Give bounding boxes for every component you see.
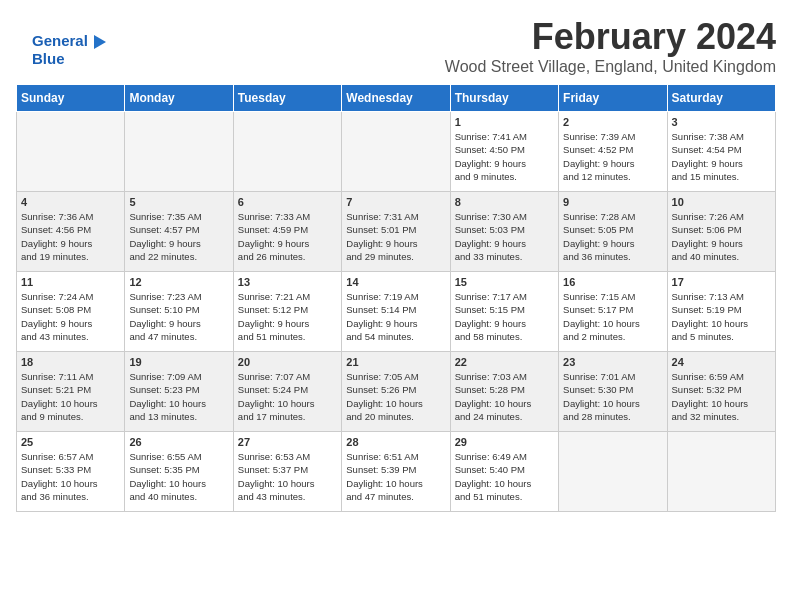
calendar-cell <box>233 112 341 192</box>
calendar-cell: 15Sunrise: 7:17 AMSunset: 5:15 PMDayligh… <box>450 272 558 352</box>
calendar-cell: 23Sunrise: 7:01 AMSunset: 5:30 PMDayligh… <box>559 352 667 432</box>
cell-info: Sunrise: 7:36 AMSunset: 4:56 PMDaylight:… <box>21 210 120 263</box>
cell-info: Sunrise: 6:57 AMSunset: 5:33 PMDaylight:… <box>21 450 120 503</box>
day-number: 18 <box>21 356 120 368</box>
header-wednesday: Wednesday <box>342 85 450 112</box>
cell-info: Sunrise: 7:03 AMSunset: 5:28 PMDaylight:… <box>455 370 554 423</box>
day-number: 27 <box>238 436 337 448</box>
calendar-cell: 9Sunrise: 7:28 AMSunset: 5:05 PMDaylight… <box>559 192 667 272</box>
cell-info: Sunrise: 6:49 AMSunset: 5:40 PMDaylight:… <box>455 450 554 503</box>
calendar-cell: 17Sunrise: 7:13 AMSunset: 5:19 PMDayligh… <box>667 272 775 352</box>
cell-info: Sunrise: 7:23 AMSunset: 5:10 PMDaylight:… <box>129 290 228 343</box>
calendar-cell: 25Sunrise: 6:57 AMSunset: 5:33 PMDayligh… <box>17 432 125 512</box>
cell-info: Sunrise: 7:41 AMSunset: 4:50 PMDaylight:… <box>455 130 554 183</box>
day-number: 2 <box>563 116 662 128</box>
cell-info: Sunrise: 7:07 AMSunset: 5:24 PMDaylight:… <box>238 370 337 423</box>
day-number: 17 <box>672 276 771 288</box>
calendar-cell: 2Sunrise: 7:39 AMSunset: 4:52 PMDaylight… <box>559 112 667 192</box>
cell-info: Sunrise: 7:11 AMSunset: 5:21 PMDaylight:… <box>21 370 120 423</box>
cell-info: Sunrise: 7:30 AMSunset: 5:03 PMDaylight:… <box>455 210 554 263</box>
calendar-cell: 21Sunrise: 7:05 AMSunset: 5:26 PMDayligh… <box>342 352 450 432</box>
calendar-cell: 19Sunrise: 7:09 AMSunset: 5:23 PMDayligh… <box>125 352 233 432</box>
cell-info: Sunrise: 7:21 AMSunset: 5:12 PMDaylight:… <box>238 290 337 343</box>
calendar-cell: 14Sunrise: 7:19 AMSunset: 5:14 PMDayligh… <box>342 272 450 352</box>
calendar-week-row: 25Sunrise: 6:57 AMSunset: 5:33 PMDayligh… <box>17 432 776 512</box>
day-number: 5 <box>129 196 228 208</box>
calendar-table: Sunday Monday Tuesday Wednesday Thursday… <box>16 84 776 512</box>
calendar-cell: 12Sunrise: 7:23 AMSunset: 5:10 PMDayligh… <box>125 272 233 352</box>
day-number: 25 <box>21 436 120 448</box>
day-number: 1 <box>455 116 554 128</box>
header-thursday: Thursday <box>450 85 558 112</box>
logo-line1: General <box>32 32 106 50</box>
cell-info: Sunrise: 7:31 AMSunset: 5:01 PMDaylight:… <box>346 210 445 263</box>
cell-info: Sunrise: 7:09 AMSunset: 5:23 PMDaylight:… <box>129 370 228 423</box>
cell-info: Sunrise: 7:33 AMSunset: 4:59 PMDaylight:… <box>238 210 337 263</box>
calendar-cell: 27Sunrise: 6:53 AMSunset: 5:37 PMDayligh… <box>233 432 341 512</box>
calendar-cell: 3Sunrise: 7:38 AMSunset: 4:54 PMDaylight… <box>667 112 775 192</box>
cell-info: Sunrise: 7:15 AMSunset: 5:17 PMDaylight:… <box>563 290 662 343</box>
header-saturday: Saturday <box>667 85 775 112</box>
logo: General Blue <box>32 32 106 68</box>
calendar-cell: 26Sunrise: 6:55 AMSunset: 5:35 PMDayligh… <box>125 432 233 512</box>
calendar-week-row: 1Sunrise: 7:41 AMSunset: 4:50 PMDaylight… <box>17 112 776 192</box>
day-number: 16 <box>563 276 662 288</box>
header-sunday: Sunday <box>17 85 125 112</box>
calendar-cell: 7Sunrise: 7:31 AMSunset: 5:01 PMDaylight… <box>342 192 450 272</box>
calendar-cell: 20Sunrise: 7:07 AMSunset: 5:24 PMDayligh… <box>233 352 341 432</box>
day-number: 7 <box>346 196 445 208</box>
calendar-cell: 5Sunrise: 7:35 AMSunset: 4:57 PMDaylight… <box>125 192 233 272</box>
day-number: 12 <box>129 276 228 288</box>
cell-info: Sunrise: 7:17 AMSunset: 5:15 PMDaylight:… <box>455 290 554 343</box>
calendar-week-row: 11Sunrise: 7:24 AMSunset: 5:08 PMDayligh… <box>17 272 776 352</box>
calendar-cell <box>342 112 450 192</box>
calendar-cell <box>559 432 667 512</box>
calendar-cell: 4Sunrise: 7:36 AMSunset: 4:56 PMDaylight… <box>17 192 125 272</box>
calendar-cell: 8Sunrise: 7:30 AMSunset: 5:03 PMDaylight… <box>450 192 558 272</box>
day-number: 14 <box>346 276 445 288</box>
header-tuesday: Tuesday <box>233 85 341 112</box>
cell-info: Sunrise: 7:28 AMSunset: 5:05 PMDaylight:… <box>563 210 662 263</box>
calendar-cell: 10Sunrise: 7:26 AMSunset: 5:06 PMDayligh… <box>667 192 775 272</box>
day-number: 28 <box>346 436 445 448</box>
day-number: 22 <box>455 356 554 368</box>
header-section: February 2024 Wood Street Village, Engla… <box>16 16 776 76</box>
calendar-cell: 16Sunrise: 7:15 AMSunset: 5:17 PMDayligh… <box>559 272 667 352</box>
logo-line2: Blue <box>32 50 106 68</box>
location-subtitle: Wood Street Village, England, United Kin… <box>16 58 776 76</box>
cell-info: Sunrise: 7:01 AMSunset: 5:30 PMDaylight:… <box>563 370 662 423</box>
calendar-cell <box>17 112 125 192</box>
day-number: 11 <box>21 276 120 288</box>
cell-info: Sunrise: 7:35 AMSunset: 4:57 PMDaylight:… <box>129 210 228 263</box>
cell-info: Sunrise: 6:53 AMSunset: 5:37 PMDaylight:… <box>238 450 337 503</box>
cell-info: Sunrise: 6:51 AMSunset: 5:39 PMDaylight:… <box>346 450 445 503</box>
cell-info: Sunrise: 7:05 AMSunset: 5:26 PMDaylight:… <box>346 370 445 423</box>
day-number: 23 <box>563 356 662 368</box>
cell-info: Sunrise: 7:13 AMSunset: 5:19 PMDaylight:… <box>672 290 771 343</box>
day-number: 19 <box>129 356 228 368</box>
calendar-cell: 22Sunrise: 7:03 AMSunset: 5:28 PMDayligh… <box>450 352 558 432</box>
calendar-cell: 1Sunrise: 7:41 AMSunset: 4:50 PMDaylight… <box>450 112 558 192</box>
day-number: 29 <box>455 436 554 448</box>
cell-info: Sunrise: 6:55 AMSunset: 5:35 PMDaylight:… <box>129 450 228 503</box>
cell-info: Sunrise: 7:24 AMSunset: 5:08 PMDaylight:… <box>21 290 120 343</box>
month-title: February 2024 <box>16 16 776 58</box>
day-number: 24 <box>672 356 771 368</box>
calendar-cell: 6Sunrise: 7:33 AMSunset: 4:59 PMDaylight… <box>233 192 341 272</box>
cell-info: Sunrise: 7:26 AMSunset: 5:06 PMDaylight:… <box>672 210 771 263</box>
calendar-cell <box>125 112 233 192</box>
calendar-cell: 18Sunrise: 7:11 AMSunset: 5:21 PMDayligh… <box>17 352 125 432</box>
calendar-week-row: 4Sunrise: 7:36 AMSunset: 4:56 PMDaylight… <box>17 192 776 272</box>
day-number: 20 <box>238 356 337 368</box>
cell-info: Sunrise: 7:39 AMSunset: 4:52 PMDaylight:… <box>563 130 662 183</box>
day-number: 21 <box>346 356 445 368</box>
day-number: 26 <box>129 436 228 448</box>
day-number: 10 <box>672 196 771 208</box>
day-number: 15 <box>455 276 554 288</box>
header-monday: Monday <box>125 85 233 112</box>
weekday-header-row: Sunday Monday Tuesday Wednesday Thursday… <box>17 85 776 112</box>
day-number: 13 <box>238 276 337 288</box>
calendar-cell: 11Sunrise: 7:24 AMSunset: 5:08 PMDayligh… <box>17 272 125 352</box>
calendar-cell: 29Sunrise: 6:49 AMSunset: 5:40 PMDayligh… <box>450 432 558 512</box>
calendar-cell: 13Sunrise: 7:21 AMSunset: 5:12 PMDayligh… <box>233 272 341 352</box>
